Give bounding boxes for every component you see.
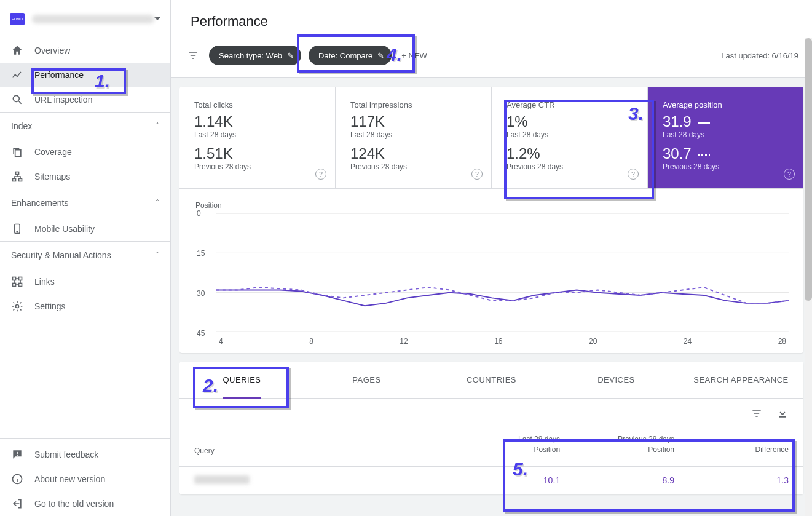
metric-tile[interactable]: Average CTR1%Last 28 days1.2%Previous 28…	[492, 87, 648, 188]
x-tick: 12	[400, 337, 408, 346]
nav-label: Coverage	[34, 147, 72, 157]
nav-mobile-usability[interactable]: Mobile Usability	[0, 216, 170, 241]
metric-previous-period: Previous 28 days	[194, 162, 320, 171]
svg-rect-7	[13, 277, 16, 280]
page-title: Performance	[171, 0, 812, 41]
chip-label: Search type: Web	[219, 51, 282, 60]
nav-label: Settings	[34, 301, 66, 311]
y-tick: 0	[197, 209, 201, 218]
metric-current-period: Last 28 days	[663, 130, 789, 139]
exit-icon	[11, 498, 23, 510]
x-tick: 8	[309, 337, 313, 346]
svg-rect-3	[13, 178, 16, 181]
tab-queries[interactable]: QUERIES	[179, 362, 304, 398]
svg-point-6	[17, 231, 18, 232]
nav-label: Links	[34, 277, 55, 287]
svg-rect-13	[17, 455, 18, 456]
svg-rect-10	[19, 284, 22, 287]
table-filter-icon[interactable]	[751, 407, 763, 422]
download-icon[interactable]	[776, 407, 789, 422]
add-filter-button[interactable]: + NEW	[401, 51, 427, 60]
metric-previous-value: 30.7	[663, 145, 789, 162]
group-security[interactable]: Security & Manual Actions ˅	[0, 241, 170, 269]
chevron-up-icon: ˄	[156, 122, 159, 130]
chart-ylabel: Position	[195, 201, 789, 210]
chip-date[interactable]: Date: Compare ✎	[309, 46, 392, 65]
nav-coverage[interactable]: Coverage	[0, 140, 170, 164]
x-tick: 4	[219, 337, 223, 346]
nav-links[interactable]: Links	[0, 269, 170, 294]
table-head: Query Last 28 daysPosition Previous 28 d…	[179, 431, 803, 467]
x-tick: 24	[684, 337, 692, 346]
nav-performance[interactable]: Performance	[0, 63, 170, 87]
cell-query	[194, 475, 446, 486]
group-index[interactable]: Index ˄	[0, 112, 170, 140]
nav-feedback[interactable]: Submit feedback	[0, 442, 170, 467]
site-name-blurred	[32, 15, 154, 23]
chevron-up-icon: ˄	[156, 199, 159, 207]
chevron-down-icon	[154, 17, 160, 20]
metric-current-period: Last 28 days	[350, 130, 476, 139]
metric-current-period: Last 28 days	[194, 130, 320, 139]
svg-rect-9	[13, 284, 16, 287]
metric-previous-period: Previous 28 days	[507, 162, 633, 171]
chart-svg	[216, 213, 789, 332]
site-selector[interactable]	[0, 0, 170, 38]
copy-icon	[11, 146, 23, 158]
chevron-down-icon: ˅	[156, 251, 159, 260]
chip-search-type[interactable]: Search type: Web ✎	[209, 46, 301, 65]
tab-devices[interactable]: DEVICES	[554, 362, 679, 398]
filters-bar: Search type: Web ✎ Date: Compare ✎ + NEW…	[171, 41, 812, 78]
scrollbar[interactable]	[805, 38, 812, 516]
y-tick: 30	[197, 289, 205, 298]
feedback-icon	[11, 448, 23, 461]
metric-current-value: 31.9	[663, 113, 789, 130]
help-icon[interactable]: ?	[315, 169, 326, 180]
main: Performance Search type: Web ✎ Date: Com…	[171, 0, 812, 516]
nav-overview[interactable]: Overview	[0, 38, 170, 63]
group-title: Security & Manual Actions	[11, 250, 111, 260]
svg-rect-4	[19, 178, 22, 181]
cell-diff: 1.3	[674, 475, 789, 485]
svg-rect-8	[19, 277, 22, 280]
nav-old-version[interactable]: Go to the old version	[0, 491, 170, 516]
group-title: Index	[11, 121, 32, 131]
th-last-position: Last 28 daysPosition	[446, 434, 560, 455]
nav-about[interactable]: About new version	[0, 467, 170, 491]
nav-sitemaps[interactable]: Sitemaps	[0, 164, 170, 189]
chip-label: Date: Compare	[318, 51, 372, 60]
nav-label: Submit feedback	[34, 450, 98, 459]
x-tick: 20	[589, 337, 597, 346]
group-enhancements[interactable]: Enhancements ˄	[0, 189, 170, 216]
table-row[interactable]: 10.1 8.9 1.3	[179, 467, 803, 494]
nav-label: Go to the old version	[34, 499, 114, 509]
gear-icon	[11, 300, 23, 312]
link-icon	[11, 276, 23, 288]
nav-label: About new version	[34, 474, 105, 484]
tab-pages[interactable]: PAGES	[304, 362, 429, 398]
metric-title: Average CTR	[507, 100, 633, 109]
th-difference: Difference	[674, 434, 789, 455]
nav-url-inspection[interactable]: URL inspection	[0, 87, 170, 112]
chart: Position 0 15 30 45	[179, 189, 803, 353]
help-icon[interactable]: ?	[628, 169, 639, 180]
last-updated: Last updated: 6/16/19	[721, 51, 798, 60]
metric-tile[interactable]: Total impressions117KLast 28 days124KPre…	[336, 87, 492, 188]
filter-icon[interactable]	[184, 47, 202, 64]
x-tick: 16	[494, 337, 502, 346]
help-icon[interactable]: ?	[784, 169, 795, 180]
nav-settings[interactable]: Settings	[0, 294, 170, 319]
metrics-card: Total clicks1.14KLast 28 days1.51KPrevio…	[179, 87, 803, 353]
metric-tile[interactable]: Average position31.9Last 28 days30.7Prev…	[648, 87, 803, 188]
phone-icon	[11, 223, 23, 235]
metric-title: Average position	[663, 100, 789, 109]
metric-tile[interactable]: Total clicks1.14KLast 28 days1.51KPrevio…	[179, 87, 336, 188]
home-icon	[11, 44, 23, 57]
cell-prev: 8.9	[560, 475, 674, 485]
help-icon[interactable]: ?	[471, 169, 483, 180]
metric-previous-value: 124K	[350, 145, 476, 162]
tab-search-appearance[interactable]: SEARCH APPEARANCE	[679, 362, 803, 398]
trending-icon	[11, 69, 23, 81]
tab-countries[interactable]: COUNTRIES	[429, 362, 554, 398]
x-tick: 28	[778, 337, 786, 346]
